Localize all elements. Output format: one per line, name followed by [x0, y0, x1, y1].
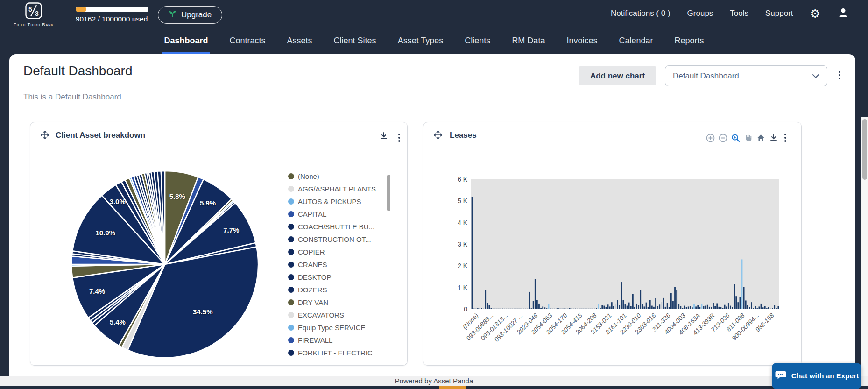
- bar[interactable]: [722, 308, 724, 309]
- bar[interactable]: [488, 305, 490, 309]
- bar[interactable]: [582, 309, 584, 309]
- bar[interactable]: [745, 300, 747, 309]
- bar[interactable]: [625, 304, 626, 309]
- bar[interactable]: [730, 306, 731, 309]
- bar[interactable]: [716, 303, 718, 309]
- bar[interactable]: [772, 308, 773, 309]
- bar[interactable]: [552, 309, 553, 309]
- top-link-tools[interactable]: Tools: [730, 9, 748, 18]
- bar[interactable]: [479, 309, 480, 309]
- bar[interactable]: [527, 309, 528, 309]
- bar[interactable]: [540, 308, 542, 309]
- legend-item[interactable]: DOZERS: [288, 283, 384, 296]
- legend-item[interactable]: COPIER: [288, 246, 384, 258]
- bar[interactable]: [682, 308, 684, 309]
- brand-logo[interactable]: 5 3 Fifth Third Bank: [7, 2, 60, 27]
- bar[interactable]: [646, 303, 647, 309]
- bar[interactable]: [703, 306, 705, 309]
- bar[interactable]: [559, 309, 561, 309]
- bar[interactable]: [575, 309, 576, 309]
- bar[interactable]: [634, 307, 635, 309]
- bar[interactable]: [508, 309, 509, 309]
- bar[interactable]: [774, 305, 775, 309]
- bar[interactable]: [619, 305, 620, 309]
- bar[interactable]: [707, 305, 708, 309]
- add-new-chart-button[interactable]: Add new chart: [579, 66, 656, 85]
- bar[interactable]: [690, 306, 691, 309]
- bar[interactable]: [709, 307, 710, 309]
- bar[interactable]: [596, 308, 597, 309]
- bar[interactable]: [770, 309, 771, 309]
- bar[interactable]: [701, 304, 703, 309]
- tab-rm-data[interactable]: RM Data: [510, 29, 547, 54]
- bar[interactable]: [561, 309, 563, 309]
- dashboard-menu-kebab-icon[interactable]: [837, 69, 842, 81]
- bar[interactable]: [711, 307, 712, 309]
- bar[interactable]: [649, 300, 651, 309]
- bar[interactable]: [659, 304, 660, 309]
- bar[interactable]: [590, 309, 592, 309]
- bar[interactable]: [665, 307, 666, 309]
- bar[interactable]: [571, 309, 572, 309]
- bar[interactable]: [718, 307, 720, 309]
- bar[interactable]: [517, 309, 519, 309]
- bar[interactable]: [472, 197, 473, 309]
- legend-item[interactable]: DRY VAN: [288, 296, 384, 309]
- bar-card-kebab-icon[interactable]: [783, 132, 788, 144]
- chat-with-expert-button[interactable]: Chat with an Expert: [772, 363, 861, 389]
- bar[interactable]: [663, 298, 664, 309]
- bar[interactable]: [670, 293, 672, 309]
- bar[interactable]: [500, 309, 501, 309]
- bar[interactable]: [550, 309, 551, 309]
- bar[interactable]: [628, 303, 630, 309]
- bar[interactable]: [751, 302, 752, 309]
- gear-icon[interactable]: ⚙: [810, 8, 820, 20]
- bar[interactable]: [713, 303, 714, 309]
- bar[interactable]: [680, 306, 681, 309]
- bar[interactable]: [567, 309, 569, 309]
- bar[interactable]: [714, 306, 716, 309]
- bar[interactable]: [655, 298, 656, 309]
- bar[interactable]: [538, 304, 540, 309]
- bar[interactable]: [475, 309, 477, 309]
- tab-reports[interactable]: Reports: [672, 29, 706, 54]
- legend-item[interactable]: (None): [288, 170, 384, 183]
- legend-item[interactable]: CAPITAL: [288, 208, 384, 220]
- bar[interactable]: [766, 308, 768, 309]
- bar[interactable]: [695, 306, 697, 309]
- bar[interactable]: [485, 290, 486, 309]
- legend-item[interactable]: FORKLIFT - ELECTRIC: [288, 347, 384, 359]
- bar[interactable]: [762, 307, 764, 309]
- bar[interactable]: [487, 303, 488, 309]
- bar[interactable]: [515, 309, 517, 309]
- bar[interactable]: [481, 308, 482, 309]
- bar[interactable]: [622, 300, 624, 309]
- upgrade-button[interactable]: Upgrade: [158, 6, 222, 24]
- bar[interactable]: [586, 309, 588, 309]
- bar[interactable]: [724, 305, 726, 309]
- tab-dashboard[interactable]: Dashboard: [162, 29, 210, 54]
- bar[interactable]: [542, 306, 543, 309]
- bar-plot-area[interactable]: [471, 179, 779, 309]
- bar[interactable]: [569, 308, 571, 309]
- bar[interactable]: [514, 309, 515, 309]
- bar[interactable]: [491, 308, 492, 309]
- zoom-out-icon[interactable]: [719, 134, 727, 142]
- bar[interactable]: [737, 302, 739, 309]
- bar[interactable]: [565, 309, 566, 309]
- bar[interactable]: [759, 306, 760, 309]
- bar[interactable]: [611, 302, 613, 309]
- bar[interactable]: [678, 304, 679, 309]
- bar[interactable]: [674, 287, 676, 309]
- tab-assets[interactable]: Assets: [285, 29, 314, 54]
- top-link-notifications-0[interactable]: Notifications ( 0 ): [611, 9, 670, 18]
- bar[interactable]: [523, 309, 524, 309]
- bar[interactable]: [533, 301, 534, 309]
- bar[interactable]: [732, 307, 733, 309]
- bar[interactable]: [544, 307, 545, 309]
- bar[interactable]: [661, 302, 662, 309]
- bar[interactable]: [669, 307, 670, 309]
- bar[interactable]: [525, 309, 526, 309]
- zoom-in-icon[interactable]: [706, 134, 715, 142]
- pan-hand-icon[interactable]: [744, 134, 753, 142]
